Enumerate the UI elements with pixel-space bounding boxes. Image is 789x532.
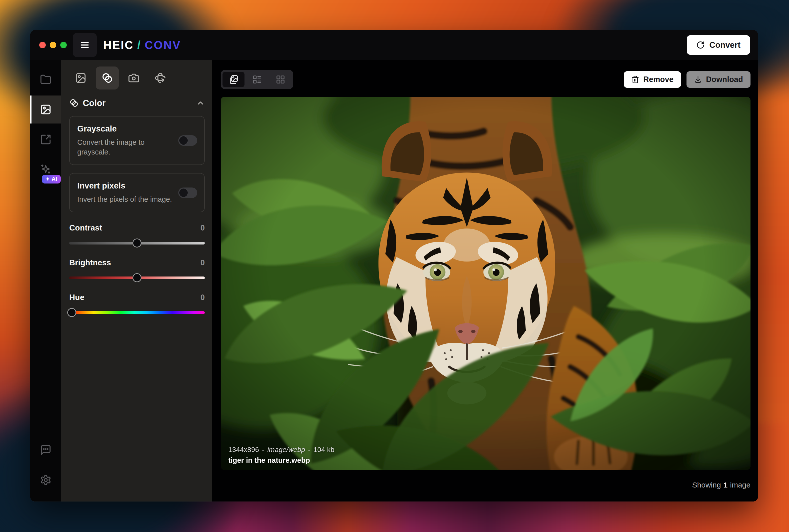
sidebar-item-ai-tools[interactable]: ✦AI [30,155,61,184]
tab-color[interactable] [96,66,119,90]
download-icon [694,76,702,83]
sidebar-item-settings[interactable] [30,466,61,494]
zoom-button[interactable] [60,42,67,48]
share-icon [40,134,52,145]
ai-badge-label: AI [52,176,57,182]
status-bar: Showing 1 image [221,470,751,501]
gallery-toolbar: Remove Download [221,70,751,89]
meta-separator: - [262,446,264,454]
image-filename: tiger in the nature.webp [228,456,334,464]
tab-rotate[interactable] [149,66,172,90]
list-view-icon [252,75,262,84]
download-label: Download [706,75,743,84]
color-blend-icon [69,98,79,108]
invert-toggle[interactable] [178,188,197,198]
grayscale-card: Grayscale Convert the image to grayscale… [69,116,205,165]
convert-button[interactable]: Convert [687,35,750,55]
rotate-3d-icon [154,72,166,84]
brightness-thumb[interactable] [133,273,141,282]
gallery-view-icon [229,75,238,84]
tool-tabs [69,66,205,90]
view-list-button[interactable] [246,72,268,87]
invert-card: Invert pixels Invert the pixels of the i… [69,173,205,212]
image-caption: 1344x896 - image/webp - 104 kb tiger in … [228,446,334,464]
sliders: Contrast 0 Brightness 0 [69,223,205,327]
refresh-icon [696,41,705,49]
grid-view-icon [276,75,285,84]
image-mime: image/webp [267,446,305,454]
folder-icon [40,74,52,85]
brightness-slider: Brightness 0 [69,258,205,282]
window-controls [39,42,67,48]
view-mode-switcher [221,70,293,89]
logo-primary: HEIC [103,38,134,52]
color-section-header: Color [69,98,205,108]
trash-icon [631,76,639,83]
image-dimensions: 1344x896 [228,446,259,454]
grayscale-title: Grayscale [77,124,174,133]
chevron-up-icon [196,99,205,107]
status-prefix: Showing [692,481,721,489]
download-button[interactable]: Download [687,71,751,88]
hue-thumb[interactable] [67,308,76,317]
contrast-label: Contrast [69,223,102,232]
remove-label: Remove [643,75,674,84]
image-preview[interactable]: 1344x896 - image/webp - 104 kb tiger in … [221,97,751,470]
contrast-thumb[interactable] [133,239,141,247]
logo-secondary: CONV [145,38,181,52]
tab-camera[interactable] [122,66,145,90]
chat-icon [40,444,52,456]
sidebar-item-feedback[interactable] [30,436,61,464]
app-window: HEIC / CONV Convert ✦AI [30,30,758,501]
camera-icon [128,72,139,84]
image-icon [40,104,52,115]
contrast-slider: Contrast 0 [69,223,205,247]
section-title: Color [83,98,105,108]
brightness-value: 0 [200,258,205,267]
image-icon [75,72,86,84]
sparkle-glyph: ✦ [45,176,50,182]
hamburger-icon [79,39,91,51]
sidebar-item-images[interactable] [30,95,61,124]
tab-image[interactable] [69,66,92,90]
sparkles-icon [40,164,52,175]
close-button[interactable] [39,42,46,48]
brightness-label: Brightness [69,258,111,267]
titlebar: HEIC / CONV Convert [30,30,758,60]
tiger-photo [221,97,751,470]
view-gallery-button[interactable] [223,72,245,87]
color-blend-icon [101,72,113,84]
image-meta: 1344x896 - image/webp - 104 kb [228,446,334,454]
ai-badge: ✦AI [42,175,61,184]
toggle-knob [179,136,188,145]
minimize-button[interactable] [50,42,56,48]
toggle-knob [179,189,188,197]
gear-icon [40,474,52,486]
sidebar-item-files[interactable] [30,65,61,94]
settings-panel: Color Grayscale Convert the image to gra… [61,60,212,501]
view-grid-button[interactable] [269,72,291,87]
hue-label: Hue [69,293,84,302]
sidebar-rail: ✦AI [30,60,61,501]
convert-label: Convert [709,40,740,50]
hue-track[interactable] [69,311,205,314]
logo-separator: / [137,38,141,52]
status-suffix: image [730,481,751,489]
main-area: Remove Download [212,60,758,501]
hue-value: 0 [200,293,205,302]
menu-button[interactable] [73,33,97,57]
image-size: 104 kb [313,446,334,454]
remove-button[interactable]: Remove [624,71,681,88]
grayscale-toggle[interactable] [178,135,197,146]
hue-slider: Hue 0 [69,293,205,317]
invert-description: Invert the pixels of the image. [77,194,174,204]
app-logo: HEIC / CONV [103,38,181,52]
status-count: 1 [724,481,728,489]
meta-separator: - [308,446,310,454]
collapse-section-button[interactable] [196,99,205,107]
grayscale-description: Convert the image to grayscale. [77,137,174,157]
invert-title: Invert pixels [77,181,174,190]
sidebar-item-export[interactable] [30,126,61,153]
contrast-value: 0 [200,224,205,232]
